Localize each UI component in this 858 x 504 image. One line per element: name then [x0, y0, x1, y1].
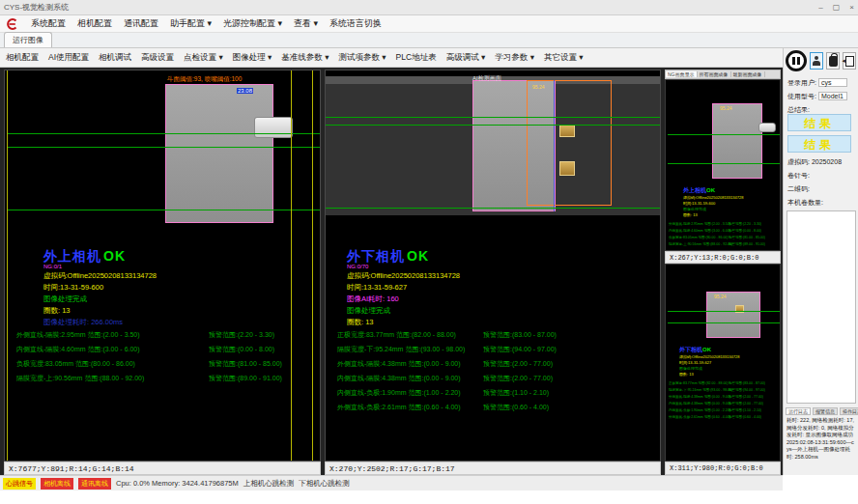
thumb1-camera-title: 外上相机OK	[683, 186, 715, 195]
left-measure-line-1	[7, 133, 320, 134]
thumbnail-2[interactable]: 95.24 外下相机OK 虚拟码:Offline2025020813313472…	[665, 264, 781, 462]
toolbar-camera-debug[interactable]: 相机调试	[99, 52, 131, 64]
thumb2-done: 图像处理完成	[679, 366, 702, 371]
toolbar-advanced-debug[interactable]: 高级调试 ▾	[446, 52, 486, 64]
measurement-row: 隔膜宽度-上:90.56mm 范围:(88.00 - 92.00) 预警范围:(…	[16, 374, 316, 385]
measurement-text: 内侧直线-隔膜:4.60mm 范围:(3.00 - 6.00)	[16, 345, 140, 354]
thumb1-warn: 预警范围:(89.00 - 91.00)	[729, 242, 765, 246]
measurement-row: 内侧直线-隔膜:4.38mm 范围:(0.00 - 9.00) 预警范围:(2.…	[337, 374, 656, 385]
latest-code-value: 20250208	[812, 158, 842, 165]
tab-alarm-info[interactable]: 报警信息	[813, 407, 838, 415]
close-button[interactable]: ×	[849, 3, 854, 12]
toolbar-advanced-settings[interactable]: 高级设置	[141, 52, 174, 64]
model-value[interactable]: Model1	[818, 92, 847, 100]
left-edge-guide-line	[7, 70, 8, 462]
toolbar-learning-params[interactable]: 学习参数 ▾	[495, 52, 534, 64]
thumb1-warn: 预警范围:(2.20 - 3.30)	[729, 222, 761, 226]
tab-ng-display[interactable]: NG画面显示	[666, 71, 698, 77]
bottom-filler	[0, 490, 858, 504]
login-user-value[interactable]: cys	[818, 78, 847, 87]
roll-count-label: 本机卷数量:	[787, 198, 823, 208]
pause-button[interactable]	[786, 50, 807, 71]
warning-range: 预警范围:(2.20 - 3.30)	[209, 330, 274, 340]
measurement-text: 内侧直线-隔膜:4.38mm 范围:(0.00 - 9.00)	[337, 374, 461, 383]
toolbar-ai-config[interactable]: AI使用配置	[48, 52, 89, 64]
toolbar-other-settings[interactable]: 其它设置 ▾	[544, 52, 584, 64]
thumb1-row: 负极宽度:83.05mm 范围:(80.00 - 86.00) 预警范围:(81…	[669, 236, 778, 241]
tab-operation-log[interactable]: 操作日志	[840, 407, 858, 415]
toolbar-baseline-params[interactable]: 基准线参数 ▾	[281, 52, 329, 64]
latest-code-row: 虚拟码: 20250208	[787, 157, 842, 167]
thumb2-row: 内侧直线-隔膜:4.38mm 范围:(0.00 - 9.00) 预警范围:(2.…	[669, 402, 778, 407]
sidebar-list-box[interactable]	[786, 210, 856, 404]
maximize-button[interactable]: ▢	[833, 3, 841, 12]
thumb1-row: 隔膜宽度-上:90.56mm 范围:(88.00 - 92.00) 预警范围:(…	[669, 242, 778, 248]
exit-button[interactable]	[843, 52, 856, 70]
left-camera-viewport[interactable]: 斗面阈值:93, 喷嘴阈值:100 23.08 外上相机OK NG:0/1 虚拟…	[4, 70, 321, 462]
menu-item-assist-config[interactable]: 助手配置 ▾	[170, 17, 212, 30]
thumb1-row: 外侧直线-隔膜:2.95mm 范围:(2.00 - 3.50) 预警范围:(2.…	[669, 222, 778, 228]
left-measure-line-2	[7, 147, 320, 148]
thumb1-camera-name: 外上相机	[683, 187, 706, 193]
toolbar-camera-config[interactable]: 相机配置	[6, 52, 39, 64]
warning-range: 预警范围:(2.00 - 77.00)	[483, 359, 553, 369]
middle-ai-elapsed: 图像AI耗时: 160	[347, 294, 399, 304]
thumb1-text: 内侧直线-隔膜:4.60mm 范围:(3.00 - 6.00)	[669, 229, 730, 233]
thumbnail-1[interactable]: 95.24 外上相机OK 虚拟码:Offline2025020813313472…	[665, 79, 781, 251]
thumb2-text: 内侧直线-隔膜:4.38mm 范围:(0.00 - 9.00)	[669, 402, 730, 406]
measurement-text: 隔膜宽度-上:90.56mm 范围:(88.00 - 92.00)	[16, 374, 144, 383]
thumb2-time: 时间:13-31-59-627	[679, 360, 711, 365]
thumb2-warn: 预警范围:(83.00 - 87.00)	[729, 381, 765, 385]
measurement-text: 内侧直线-负极:1.90mm 范围:(1.00 - 2.20)	[337, 388, 461, 398]
menu-item-system-config[interactable]: 系统配置	[31, 17, 66, 30]
log-tabs: 运行日志 报警信息 操作日志	[786, 407, 858, 415]
tab-all-images[interactable]: 所有画面成像	[698, 71, 731, 77]
middle-terminal-1	[559, 125, 575, 137]
left-camera-status: OK	[103, 248, 126, 264]
thumb2-row: 外侧直线-隔膜:4.38mm 范围:(0.00 - 9.00) 预警范围:(2.…	[669, 395, 778, 401]
lock-button[interactable]	[826, 52, 840, 70]
measurement-row: 负极宽度:83.05mm 范围:(80.00 - 86.00) 预警范围:(81…	[16, 359, 316, 371]
user-icon	[813, 56, 820, 66]
thumb1-line	[668, 134, 780, 135]
tab-latest-images[interactable]: 最新画面成像	[731, 71, 765, 77]
thumb2-warn: 预警范围:(2.00 - 77.00)	[729, 402, 763, 406]
middle-part-label: 95.24	[532, 84, 545, 90]
left-coordinate-bar: X:7677;Y:891;R:14;G:14;B:14	[4, 462, 321, 475]
thumbnail-tabs: NG画面显示 所有画面成像 最新画面成像	[665, 70, 781, 79]
cpu-memory-status: Cpu: 0.0% Memory: 3424.41796875M	[116, 479, 239, 488]
minimize-button[interactable]: –	[818, 3, 822, 12]
log-text[interactable]: 耗时: 222, 网络检测耗时: 17, 网络分发耗时: 0, 网络模拟分发耗时…	[786, 417, 856, 461]
menu-item-camera-config[interactable]: 相机配置	[77, 17, 112, 30]
measurement-row: 外侧直线-隔膜:4.38mm 范围:(0.00 - 9.00) 预警范围:(2.…	[337, 359, 656, 371]
thumb2-line	[668, 311, 780, 312]
left-process-elapsed: 图像处理耗时: 266.00ms	[43, 318, 123, 327]
warning-range: 预警范围:(83.00 - 87.00)	[483, 330, 557, 340]
thumb1-warn: 预警范围:(81.00 - 85.00)	[729, 236, 765, 239]
user-login-button[interactable]	[810, 52, 823, 70]
middle-virtual-code: 虚拟码:Offline20250208133134728	[347, 271, 460, 281]
measurement-row: 隔膜宽度-下:95.24mm 范围:(93.00 - 98.00) 预警范围:(…	[337, 345, 656, 356]
middle-coordinate-bar: X:270;Y:2502;R:17;G:17;B:17	[325, 462, 661, 475]
status-bar: 心跳信号 相机离线 通讯离线 Cpu: 0.0% Memory: 3424.41…	[0, 475, 783, 490]
menu-item-light-config[interactable]: 光源控制配置 ▾	[223, 17, 282, 30]
tab-run-image[interactable]: 运行图像	[4, 32, 52, 47]
warning-range: 预警范围:(94.00 - 97.00)	[483, 345, 557, 354]
toolbar-spot-check[interactable]: 点检设置 ▾	[184, 52, 223, 64]
menu-item-language[interactable]: 系统语言切换	[329, 17, 382, 30]
latest-code-label: 虚拟码:	[787, 158, 810, 165]
toolbar-plc-table[interactable]: PLC地址表	[396, 52, 437, 64]
menu-item-comm-config[interactable]: 通讯配置	[124, 17, 158, 30]
middle-camera-viewport[interactable]: AI检测画面 95.24 外下相机OK NG:0/70 虚拟码:Offline2…	[325, 70, 661, 462]
tab-run-log[interactable]: 运行日志	[786, 407, 811, 415]
measurement-text: 外侧直线-负极:2.61mm 范围:(0.60 - 4.00)	[337, 403, 461, 412]
thumb1-row: 内侧直线-隔膜:4.60mm 范围:(3.00 - 6.00) 预警范围:(0.…	[669, 229, 778, 235]
menu-item-view[interactable]: 查看 ▾	[294, 17, 318, 30]
measurement-text: 隔膜宽度-下:95.24mm 范围:(93.00 - 98.00)	[337, 345, 465, 354]
thumb2-warn: 预警范围:(2.00 - 77.00)	[729, 395, 763, 399]
thumb2-turns: 圈数: 13	[679, 372, 694, 377]
toolbar-image-processing[interactable]: 图像处理 ▾	[233, 52, 272, 64]
login-user-label: 登录用户:	[787, 79, 816, 86]
toolbar-test-params[interactable]: 测试项参数 ▾	[338, 52, 386, 64]
thumb1-time: 时间:13-31-59-600	[683, 201, 715, 206]
